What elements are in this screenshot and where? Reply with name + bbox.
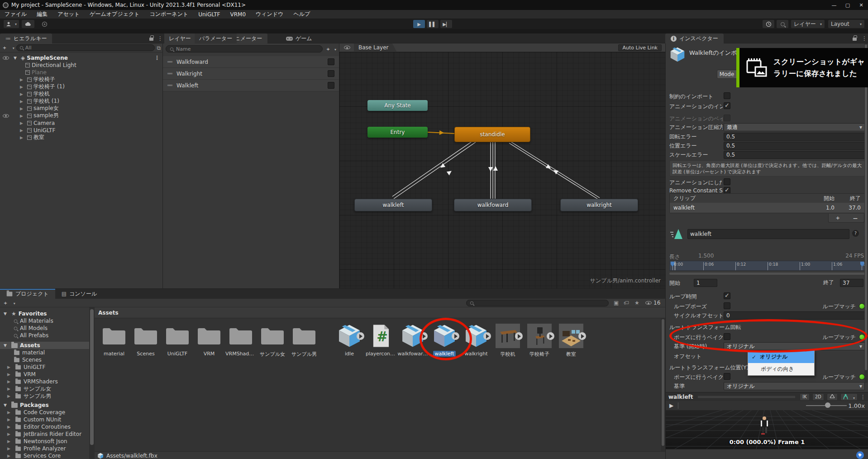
tree-all-materials[interactable]: All Materials bbox=[0, 317, 89, 325]
custom-properties-checkbox[interactable] bbox=[724, 178, 730, 185]
layer-checkbox[interactable] bbox=[328, 82, 334, 89]
preview-menu-icon[interactable]: ⋮ bbox=[860, 394, 866, 400]
scene-menu-icon[interactable]: ⋮ bbox=[154, 55, 160, 61]
add-clip-button[interactable]: ＋ bbox=[835, 214, 841, 222]
project-grid-scrollbar[interactable] bbox=[661, 318, 665, 451]
menu-help[interactable]: ヘルプ bbox=[293, 10, 310, 18]
layer-eye-icon[interactable] bbox=[344, 46, 350, 49]
asset-item-scenes[interactable]: Scenes bbox=[130, 323, 162, 358]
auto-live-link-button[interactable]: Auto Live Link bbox=[618, 44, 662, 51]
tree-all-models[interactable]: All Models bbox=[0, 325, 89, 332]
project-tree-scrollbar[interactable] bbox=[89, 307, 95, 459]
tree-folder-scenes[interactable]: Scenes bbox=[0, 356, 89, 363]
search-by-type-icon[interactable]: ▣ bbox=[614, 300, 619, 306]
project-add-button[interactable]: ＋ ▾ bbox=[3, 299, 15, 307]
position-error-input[interactable]: 0.5 bbox=[724, 142, 865, 150]
asset-item-playercontroller[interactable]: # playercont… bbox=[365, 323, 397, 358]
play-badge-icon[interactable] bbox=[452, 332, 459, 340]
bake-into-pose-checkbox[interactable] bbox=[724, 333, 730, 340]
add-layer-button[interactable]: ＋▾ bbox=[325, 45, 336, 53]
foldout-closed-icon[interactable]: ▶ bbox=[20, 85, 25, 89]
tree-folder-sample-male[interactable]: ▶サンプル男 bbox=[0, 392, 89, 400]
hierarchy-row[interactable]: ▶教室 bbox=[0, 134, 162, 141]
preview-play-button[interactable]: ▶ bbox=[669, 402, 673, 409]
foldout-closed-icon[interactable]: ▶ bbox=[20, 77, 25, 82]
foldout-closed-icon[interactable]: ▶ bbox=[20, 135, 25, 140]
popup-option-body-orientation[interactable]: ボディの向き bbox=[748, 363, 814, 375]
inspector-scrollbar[interactable] bbox=[864, 43, 868, 383]
hierarchy-row[interactable]: ▶Camera bbox=[0, 120, 162, 126]
asset-item-sample-male-folder[interactable]: サンプル男 bbox=[288, 323, 320, 358]
account-button[interactable]: ▾ bbox=[4, 20, 19, 28]
tree-folder-sample-female[interactable]: ▶サンプル女 bbox=[0, 385, 89, 392]
cloud-button[interactable] bbox=[22, 20, 34, 28]
layer-row-walkright[interactable]: ══ Walkright bbox=[163, 68, 339, 80]
help-icon[interactable]: ? bbox=[852, 230, 859, 237]
tab-console[interactable]: ▤ コンソール bbox=[55, 289, 103, 299]
hierarchy-row[interactable]: ▶学校机 bbox=[0, 91, 162, 97]
based-upon-start-dropdown[interactable]: オリジナル bbox=[724, 342, 865, 350]
tree-package-custom-nunit[interactable]: ▶Custom NUnit bbox=[0, 416, 89, 423]
pause-button[interactable]: ▌▌ bbox=[427, 20, 439, 28]
mode-tab-partial[interactable]: Mode bbox=[717, 70, 737, 79]
import-constraints-checkbox[interactable] bbox=[724, 92, 730, 99]
play-button[interactable]: ▶ bbox=[413, 20, 425, 28]
tab-inspector[interactable]: i インスペクター bbox=[665, 33, 724, 43]
foldout-closed-icon[interactable]: ▶ bbox=[20, 99, 25, 104]
asset-item-vrm-folder[interactable]: VRM bbox=[193, 323, 225, 358]
tree-assets[interactable]: ▼ Assets bbox=[0, 342, 89, 349]
tree-package-rider[interactable]: ▶JetBrains Rider Editor bbox=[0, 430, 89, 438]
tab-hierarchy[interactable]: ≔ ヒエラルキー bbox=[0, 33, 52, 43]
asset-item-walkleft[interactable]: walkleft bbox=[429, 323, 460, 358]
layers-dropdown[interactable]: レイヤー▾ bbox=[791, 20, 825, 28]
hierarchy-row[interactable]: ▶UniGLTF bbox=[0, 127, 162, 134]
asset-item-classroom[interactable]: 教室 bbox=[555, 323, 587, 358]
hierarchy-menu-icon[interactable]: ⋮ bbox=[157, 35, 163, 42]
state-node-any-state[interactable]: Any State bbox=[367, 100, 428, 111]
foldout-closed-icon[interactable]: ▶ bbox=[20, 106, 25, 111]
layer-search-input[interactable]: Name bbox=[166, 45, 323, 53]
visibility-eye-icon[interactable] bbox=[3, 56, 9, 60]
play-badge-icon[interactable] bbox=[483, 332, 491, 340]
drag-handle-icon[interactable]: ══ bbox=[167, 83, 172, 88]
asset-item-walkright[interactable]: walkright bbox=[460, 323, 492, 358]
rotation-error-input[interactable]: 0.5 bbox=[724, 133, 865, 141]
tree-package-editor-coroutines[interactable]: ▶Editor Coroutines bbox=[0, 423, 89, 430]
maximize-button[interactable]: ▢ bbox=[841, 2, 854, 8]
play-badge-icon[interactable] bbox=[578, 332, 586, 340]
play-badge-icon[interactable] bbox=[420, 332, 428, 340]
tab-project[interactable]: プロジェクト bbox=[0, 289, 55, 299]
hierarchy-search-input[interactable]: All bbox=[16, 44, 155, 51]
pivot-button[interactable] bbox=[827, 393, 838, 401]
tree-package-profile-analyzer[interactable]: ▶Profile Analyzer bbox=[0, 445, 89, 452]
visibility-eye-icon[interactable] bbox=[3, 114, 9, 118]
project-search-input[interactable] bbox=[466, 300, 609, 306]
foldout-open-icon[interactable]: ▼ bbox=[14, 56, 19, 60]
hierarchy-add-button[interactable]: ＋ ▾ bbox=[2, 44, 14, 52]
hierarchy-picker-icon[interactable]: ⧉ bbox=[157, 45, 161, 51]
preview-drag-handle[interactable] bbox=[698, 396, 796, 398]
foldout-closed-icon[interactable]: ▶ bbox=[20, 92, 25, 96]
foldout-closed-icon[interactable]: ▶ bbox=[20, 114, 25, 118]
inspector-lock-icon[interactable] bbox=[853, 35, 857, 42]
menu-unigltf[interactable]: UniGLTF bbox=[198, 11, 220, 18]
scale-error-input[interactable]: 0.5 bbox=[724, 151, 865, 159]
clip-timeline-ruler[interactable]: 0:00 0:06 0:12 0:18 1:00 1:06 1:1 bbox=[669, 261, 865, 271]
hierarchy-lock-icon[interactable] bbox=[149, 35, 153, 42]
state-node-walkleft[interactable]: walkleft bbox=[354, 199, 432, 211]
layer-row-walkleft[interactable]: ══ Walkleft bbox=[163, 80, 339, 91]
play-badge-icon[interactable] bbox=[357, 332, 364, 340]
step-button[interactable]: ▶▏ bbox=[440, 20, 452, 28]
animation-preview-viewport[interactable]: 0:00 (000.0%) Frame 1 bbox=[666, 410, 868, 449]
loop-time-checkbox[interactable] bbox=[724, 292, 730, 299]
cycle-offset-input[interactable]: 0 bbox=[724, 311, 865, 320]
menu-component[interactable]: コンポーネント bbox=[150, 10, 189, 18]
2d-toggle-button[interactable]: 2D bbox=[812, 393, 824, 401]
menu-file[interactable]: ファイル bbox=[5, 10, 27, 18]
layout-dropdown[interactable]: Layout▾ bbox=[828, 20, 864, 28]
menu-window[interactable]: ウィンドウ bbox=[256, 10, 283, 18]
asset-item-material[interactable]: material bbox=[98, 323, 130, 358]
tree-packages[interactable]: ▼ Packages bbox=[0, 402, 89, 409]
hierarchy-row[interactable]: Plane bbox=[0, 69, 162, 76]
timeline-scrollbar[interactable] bbox=[669, 273, 865, 275]
